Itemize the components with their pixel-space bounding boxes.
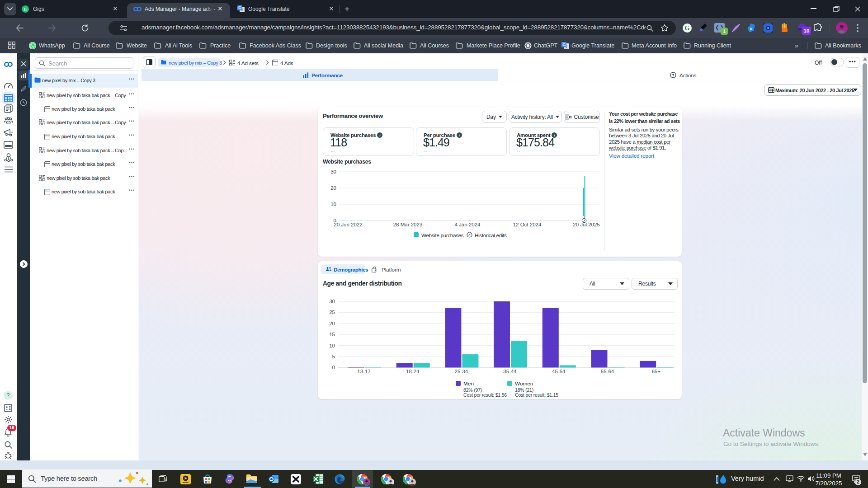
svg-text:20 Jul 2025: 20 Jul 2025	[573, 222, 599, 227]
svg-text:5: 5	[332, 354, 335, 359]
svg-text:G: G	[238, 5, 241, 10]
svg-text:28 Mar 2023: 28 Mar 2023	[393, 222, 423, 227]
svg-text:20: 20	[329, 321, 335, 326]
svg-text:35-44: 35-44	[503, 369, 517, 374]
svg-text:G: G	[562, 42, 566, 47]
svg-text:55-64: 55-64	[601, 369, 614, 374]
svg-text:G: G	[685, 25, 690, 32]
svg-text:25: 25	[329, 310, 335, 315]
svg-text:10: 10	[330, 202, 336, 207]
svg-text:18-24: 18-24	[406, 369, 420, 374]
svg-text:30: 30	[329, 299, 335, 304]
svg-text:0: 0	[332, 365, 335, 370]
svg-text:Player: Player	[184, 482, 188, 483]
svg-text:12 Oct 2024: 12 Oct 2024	[513, 222, 542, 227]
svg-text:25-34: 25-34	[455, 369, 468, 374]
svg-text:4 Jan 2024: 4 Jan 2024	[455, 222, 481, 227]
svg-text:65+: 65+	[651, 369, 660, 374]
svg-text:30: 30	[330, 169, 336, 174]
svg-text:13-17: 13-17	[357, 369, 370, 374]
svg-text:20: 20	[330, 185, 336, 191]
svg-text:15: 15	[329, 332, 335, 337]
svg-text:fi: fi	[24, 7, 27, 12]
svg-text:20 Jun 2022: 20 Jun 2022	[334, 222, 362, 227]
svg-text:10: 10	[329, 343, 335, 348]
svg-text:45-54: 45-54	[552, 369, 566, 374]
